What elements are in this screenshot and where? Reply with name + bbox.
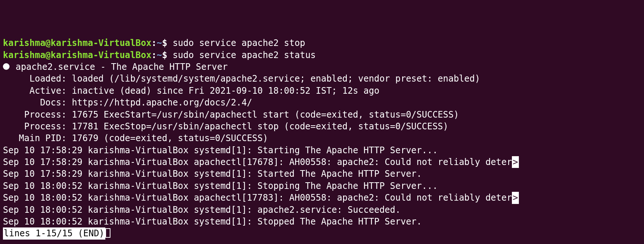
status-docs: Docs: https://httpd.apache.org/docs/2.4/ (3, 97, 641, 108)
command-2-text: sudo service apache2 status (172, 50, 316, 60)
prompt-host: karishma-VirtualBox (51, 38, 152, 48)
cursor-icon (105, 228, 110, 238)
log-line-2: Sep 10 17:58:29 karishma-VirtualBox apac… (3, 157, 512, 167)
status-loaded: Loaded: loaded (/lib/systemd/system/apac… (3, 73, 641, 85)
prompt-at: @ (46, 38, 51, 48)
prompt-user: karishma (3, 38, 46, 48)
command-1-text: sudo service apache2 stop (172, 38, 305, 48)
log-line-1: Sep 10 17:58:29 karishma-VirtualBox syst… (3, 144, 641, 156)
status-process-2: Process: 17781 ExecStop=/usr/sbin/apache… (3, 121, 641, 132)
prompt-dollar: $ (162, 38, 167, 48)
log-line-7: Sep 10 18:00:52 karishma-VirtualBox syst… (3, 216, 641, 227)
status-active: Active: inactive (dead) since Fri 2021-0… (3, 85, 641, 97)
log-line-2-wrap: Sep 10 17:58:29 karishma-VirtualBox apac… (3, 156, 641, 168)
log-line-4: Sep 10 18:00:52 karishma-VirtualBox syst… (3, 180, 641, 192)
truncate-icon: > (512, 156, 519, 168)
prompt-line-1: karishma@karishma-VirtualBox:~$ sudo ser… (3, 37, 641, 49)
prompt-dollar: $ (162, 50, 167, 60)
log-line-5: Sep 10 18:00:52 karishma-VirtualBox apac… (3, 193, 512, 203)
prompt-colon: : (152, 50, 157, 60)
prompt-user: karishma (3, 50, 46, 60)
log-line-5-wrap: Sep 10 18:00:52 karishma-VirtualBox apac… (3, 192, 641, 204)
command-2 (167, 50, 172, 60)
prompt-path: ~ (157, 38, 162, 48)
status-header-text: apache2.service - The Apache HTTP Server (10, 62, 228, 72)
terminal[interactable]: karishma@karishma-VirtualBox:~$ sudo ser… (3, 37, 641, 240)
status-mainpid: Main PID: 17679 (code=exited, status=0/S… (3, 132, 641, 144)
prompt-at: @ (46, 50, 51, 60)
log-line-6: Sep 10 18:00:52 karishma-VirtualBox syst… (3, 204, 641, 216)
status-bullet-icon (3, 63, 10, 70)
prompt-line-2: karishma@karishma-VirtualBox:~$ sudo ser… (3, 49, 641, 61)
status-process-1: Process: 17675 ExecStart=/usr/sbin/apach… (3, 109, 641, 121)
status-header: apache2.service - The Apache HTTP Server (3, 61, 641, 73)
command-1 (167, 38, 172, 48)
prompt-path: ~ (157, 50, 162, 60)
prompt-colon: : (152, 38, 157, 48)
truncate-icon: > (512, 192, 519, 204)
prompt-host: karishma-VirtualBox (51, 50, 152, 60)
pager-status: lines 1-15/15 (END) (3, 227, 105, 239)
log-line-3: Sep 10 17:58:29 karishma-VirtualBox syst… (3, 168, 641, 180)
pager-line: lines 1-15/15 (END) (3, 227, 641, 239)
